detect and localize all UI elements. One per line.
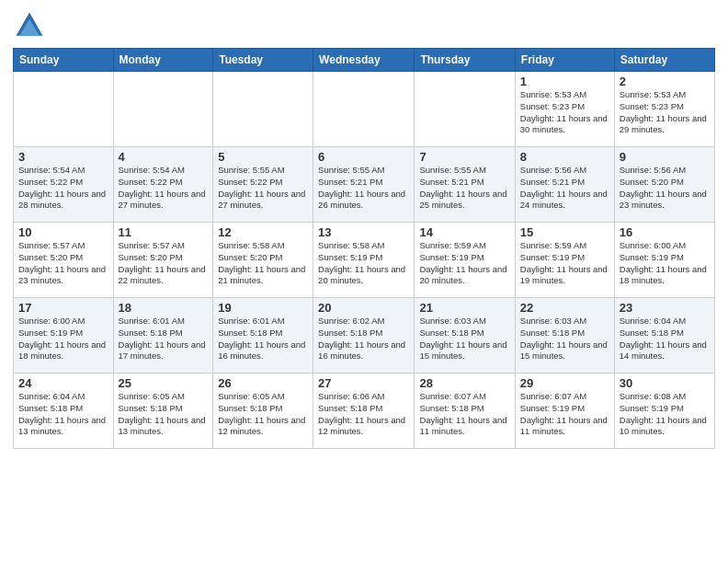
calendar: SundayMondayTuesdayWednesdayThursdayFrid… xyxy=(13,48,715,449)
weekday-header: Monday xyxy=(113,49,213,72)
day-detail: Sunrise: 6:07 AM Sunset: 5:19 PM Dayligh… xyxy=(520,391,609,438)
calendar-cell: 2Sunrise: 5:53 AM Sunset: 5:23 PM Daylig… xyxy=(614,72,714,147)
day-detail: Sunrise: 5:53 AM Sunset: 5:23 PM Dayligh… xyxy=(520,89,609,136)
day-detail: Sunrise: 6:01 AM Sunset: 5:18 PM Dayligh… xyxy=(218,316,308,362)
calendar-cell xyxy=(313,72,415,147)
calendar-cell xyxy=(415,72,515,147)
calendar-header: SundayMondayTuesdayWednesdayThursdayFrid… xyxy=(14,49,715,72)
calendar-cell: 17Sunrise: 6:00 AM Sunset: 5:19 PM Dayli… xyxy=(14,298,114,373)
day-detail: Sunrise: 6:03 AM Sunset: 5:18 PM Dayligh… xyxy=(520,316,609,362)
calendar-cell: 26Sunrise: 6:05 AM Sunset: 5:18 PM Dayli… xyxy=(213,373,313,449)
weekday-header: Tuesday xyxy=(213,49,313,72)
day-number: 11 xyxy=(119,225,209,239)
day-number: 22 xyxy=(520,301,609,315)
day-detail: Sunrise: 6:02 AM Sunset: 5:18 PM Dayligh… xyxy=(318,316,409,362)
header xyxy=(13,9,715,42)
calendar-cell: 10Sunrise: 5:57 AM Sunset: 5:20 PM Dayli… xyxy=(14,223,114,298)
calendar-cell: 8Sunrise: 5:56 AM Sunset: 5:21 PM Daylig… xyxy=(515,147,614,223)
day-detail: Sunrise: 6:00 AM Sunset: 5:19 PM Dayligh… xyxy=(620,240,710,287)
day-detail: Sunrise: 6:05 AM Sunset: 5:18 PM Dayligh… xyxy=(119,391,209,438)
day-number: 15 xyxy=(520,225,609,239)
day-number: 9 xyxy=(620,150,710,164)
day-detail: Sunrise: 6:03 AM Sunset: 5:18 PM Dayligh… xyxy=(419,316,509,362)
day-number: 4 xyxy=(119,150,209,164)
day-detail: Sunrise: 5:54 AM Sunset: 5:22 PM Dayligh… xyxy=(18,165,108,212)
calendar-cell: 19Sunrise: 6:01 AM Sunset: 5:18 PM Dayli… xyxy=(213,298,313,373)
day-number: 23 xyxy=(620,301,710,315)
weekday-row: SundayMondayTuesdayWednesdayThursdayFrid… xyxy=(14,49,715,72)
calendar-cell: 6Sunrise: 5:55 AM Sunset: 5:21 PM Daylig… xyxy=(313,147,415,223)
calendar-cell: 4Sunrise: 5:54 AM Sunset: 5:22 PM Daylig… xyxy=(113,147,213,223)
day-detail: Sunrise: 6:01 AM Sunset: 5:18 PM Dayligh… xyxy=(119,316,209,362)
calendar-week-row: 10Sunrise: 5:57 AM Sunset: 5:20 PM Dayli… xyxy=(14,223,715,298)
calendar-week-row: 17Sunrise: 6:00 AM Sunset: 5:19 PM Dayli… xyxy=(14,298,715,373)
day-number: 10 xyxy=(18,225,108,239)
day-detail: Sunrise: 6:04 AM Sunset: 5:18 PM Dayligh… xyxy=(620,316,710,362)
day-detail: Sunrise: 5:56 AM Sunset: 5:21 PM Dayligh… xyxy=(520,165,609,212)
calendar-cell: 9Sunrise: 5:56 AM Sunset: 5:20 PM Daylig… xyxy=(614,147,714,223)
day-number: 7 xyxy=(419,150,509,164)
calendar-cell: 11Sunrise: 5:57 AM Sunset: 5:20 PM Dayli… xyxy=(113,223,213,298)
logo xyxy=(13,9,50,42)
calendar-cell: 22Sunrise: 6:03 AM Sunset: 5:18 PM Dayli… xyxy=(515,298,614,373)
page: SundayMondayTuesdayWednesdayThursdayFrid… xyxy=(0,0,728,563)
day-number: 2 xyxy=(620,75,710,88)
day-number: 16 xyxy=(620,225,710,239)
day-detail: Sunrise: 6:04 AM Sunset: 5:18 PM Dayligh… xyxy=(18,391,108,438)
calendar-cell: 24Sunrise: 6:04 AM Sunset: 5:18 PM Dayli… xyxy=(14,373,114,449)
calendar-cell xyxy=(113,72,213,147)
day-number: 21 xyxy=(419,301,509,315)
weekday-header: Friday xyxy=(515,49,614,72)
day-number: 20 xyxy=(318,301,409,315)
day-detail: Sunrise: 6:00 AM Sunset: 5:19 PM Dayligh… xyxy=(18,316,108,362)
day-number: 25 xyxy=(119,376,209,390)
calendar-cell: 23Sunrise: 6:04 AM Sunset: 5:18 PM Dayli… xyxy=(614,298,714,373)
calendar-cell: 29Sunrise: 6:07 AM Sunset: 5:19 PM Dayli… xyxy=(515,373,614,449)
day-number: 26 xyxy=(218,376,308,390)
day-number: 13 xyxy=(318,225,409,239)
calendar-cell: 1Sunrise: 5:53 AM Sunset: 5:23 PM Daylig… xyxy=(515,72,614,147)
day-detail: Sunrise: 5:57 AM Sunset: 5:20 PM Dayligh… xyxy=(119,240,209,287)
weekday-header: Thursday xyxy=(415,49,515,72)
day-number: 17 xyxy=(18,301,108,315)
day-number: 12 xyxy=(218,225,308,239)
calendar-cell: 28Sunrise: 6:07 AM Sunset: 5:18 PM Dayli… xyxy=(415,373,515,449)
calendar-cell: 12Sunrise: 5:58 AM Sunset: 5:20 PM Dayli… xyxy=(213,223,313,298)
day-number: 1 xyxy=(520,75,609,88)
calendar-body: 1Sunrise: 5:53 AM Sunset: 5:23 PM Daylig… xyxy=(14,72,715,449)
day-number: 3 xyxy=(18,150,108,164)
day-detail: Sunrise: 5:55 AM Sunset: 5:21 PM Dayligh… xyxy=(318,165,409,212)
calendar-cell: 3Sunrise: 5:54 AM Sunset: 5:22 PM Daylig… xyxy=(14,147,114,223)
day-number: 14 xyxy=(419,225,509,239)
calendar-cell: 21Sunrise: 6:03 AM Sunset: 5:18 PM Dayli… xyxy=(415,298,515,373)
calendar-cell: 7Sunrise: 5:55 AM Sunset: 5:21 PM Daylig… xyxy=(415,147,515,223)
day-detail: Sunrise: 5:55 AM Sunset: 5:22 PM Dayligh… xyxy=(218,165,308,212)
day-detail: Sunrise: 5:58 AM Sunset: 5:19 PM Dayligh… xyxy=(318,240,409,287)
day-number: 24 xyxy=(18,376,108,390)
day-detail: Sunrise: 5:55 AM Sunset: 5:21 PM Dayligh… xyxy=(419,165,509,212)
calendar-cell xyxy=(213,72,313,147)
day-number: 27 xyxy=(318,376,409,390)
calendar-cell: 30Sunrise: 6:08 AM Sunset: 5:19 PM Dayli… xyxy=(614,373,714,449)
calendar-cell: 20Sunrise: 6:02 AM Sunset: 5:18 PM Dayli… xyxy=(313,298,415,373)
calendar-cell xyxy=(14,72,114,147)
day-number: 30 xyxy=(620,376,710,390)
weekday-header: Sunday xyxy=(14,49,114,72)
day-number: 8 xyxy=(520,150,609,164)
calendar-week-row: 24Sunrise: 6:04 AM Sunset: 5:18 PM Dayli… xyxy=(14,373,715,449)
day-detail: Sunrise: 5:58 AM Sunset: 5:20 PM Dayligh… xyxy=(218,240,308,287)
day-detail: Sunrise: 5:56 AM Sunset: 5:20 PM Dayligh… xyxy=(620,165,710,212)
calendar-cell: 18Sunrise: 6:01 AM Sunset: 5:18 PM Dayli… xyxy=(113,298,213,373)
calendar-cell: 14Sunrise: 5:59 AM Sunset: 5:19 PM Dayli… xyxy=(415,223,515,298)
day-number: 6 xyxy=(318,150,409,164)
calendar-cell: 16Sunrise: 6:00 AM Sunset: 5:19 PM Dayli… xyxy=(614,223,714,298)
calendar-cell: 5Sunrise: 5:55 AM Sunset: 5:22 PM Daylig… xyxy=(213,147,313,223)
calendar-cell: 25Sunrise: 6:05 AM Sunset: 5:18 PM Dayli… xyxy=(113,373,213,449)
calendar-cell: 15Sunrise: 5:59 AM Sunset: 5:19 PM Dayli… xyxy=(515,223,614,298)
weekday-header: Saturday xyxy=(614,49,714,72)
day-detail: Sunrise: 5:53 AM Sunset: 5:23 PM Dayligh… xyxy=(620,89,710,136)
day-detail: Sunrise: 6:06 AM Sunset: 5:18 PM Dayligh… xyxy=(318,391,409,438)
calendar-cell: 13Sunrise: 5:58 AM Sunset: 5:19 PM Dayli… xyxy=(313,223,415,298)
calendar-week-row: 1Sunrise: 5:53 AM Sunset: 5:23 PM Daylig… xyxy=(14,72,715,147)
day-detail: Sunrise: 6:07 AM Sunset: 5:18 PM Dayligh… xyxy=(419,391,509,438)
